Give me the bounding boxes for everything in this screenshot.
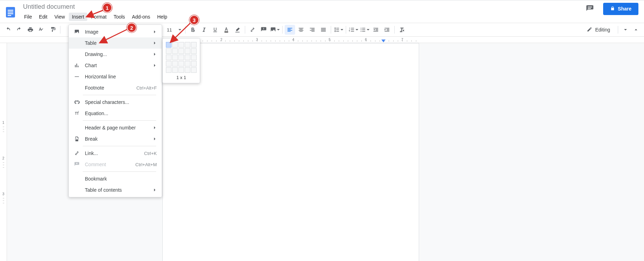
svg-rect-7 bbox=[225, 31, 228, 32]
table-grid-cell[interactable] bbox=[178, 61, 184, 66]
table-grid-cell[interactable] bbox=[172, 48, 178, 54]
annotation-badge-3: 3 bbox=[189, 15, 199, 25]
table-grid-cell[interactable] bbox=[166, 67, 171, 73]
clear-formatting-button[interactable] bbox=[397, 25, 407, 35]
svg-text:2: 2 bbox=[78, 111, 79, 113]
undo-button[interactable] bbox=[3, 25, 13, 35]
align-justify-button[interactable] bbox=[318, 25, 329, 35]
table-grid-cell[interactable] bbox=[178, 55, 184, 60]
table-grid-cell[interactable] bbox=[172, 61, 178, 66]
redo-button[interactable] bbox=[14, 25, 24, 35]
menu-item-label: Footnote bbox=[85, 85, 131, 91]
menu-item-shortcut: Ctrl+Alt+M bbox=[136, 162, 157, 167]
table-grid-cell[interactable] bbox=[191, 55, 197, 60]
table-grid-cell[interactable] bbox=[185, 55, 190, 60]
submenu-arrow-icon bbox=[154, 64, 157, 67]
vruler-tick: 1 bbox=[2, 121, 5, 125]
insert-chart-item[interactable]: Chart bbox=[69, 60, 162, 71]
lock-icon bbox=[610, 6, 615, 12]
insert-drawing-item[interactable]: Drawing... bbox=[69, 49, 162, 60]
toolbar-separator bbox=[185, 26, 185, 34]
table-grid-cell[interactable] bbox=[166, 42, 171, 48]
insert-toc-item[interactable]: Table of contents bbox=[69, 184, 162, 196]
italic-button[interactable] bbox=[199, 25, 209, 35]
table-grid-cell[interactable] bbox=[172, 42, 178, 48]
text-color-button[interactable] bbox=[221, 25, 232, 35]
table-size-grid[interactable] bbox=[166, 42, 197, 73]
table-grid-cell[interactable] bbox=[191, 42, 197, 48]
toolbar-separator bbox=[394, 26, 395, 34]
align-left-button[interactable] bbox=[285, 25, 295, 35]
editing-mode-button[interactable]: Editing bbox=[583, 25, 614, 35]
table-grid-cell[interactable] bbox=[172, 55, 178, 60]
submenu-arrow-icon bbox=[154, 126, 157, 129]
menu-tools[interactable]: Tools bbox=[110, 13, 128, 21]
docs-logo-icon[interactable] bbox=[4, 4, 17, 21]
svg-rect-9 bbox=[75, 76, 79, 77]
menu-item-label: Link... bbox=[85, 150, 139, 156]
insert-horizontal-line-item[interactable]: Horizontal line bbox=[69, 71, 162, 82]
annotation-badge-1: 1 bbox=[102, 3, 112, 13]
underline-button[interactable] bbox=[210, 25, 220, 35]
menu-view[interactable]: View bbox=[51, 13, 68, 21]
insert-comment-button[interactable] bbox=[258, 25, 269, 35]
print-button[interactable] bbox=[25, 25, 36, 35]
menu-format[interactable]: Format bbox=[88, 13, 110, 21]
table-grid-cell[interactable] bbox=[185, 61, 190, 66]
table-grid-cell[interactable] bbox=[178, 48, 184, 54]
insert-image-button[interactable] bbox=[270, 25, 280, 35]
editing-mode-arrow[interactable] bbox=[622, 25, 629, 35]
insert-footnote-item[interactable]: Footnote Ctrl+Alt+F bbox=[69, 82, 162, 93]
numbered-list-button[interactable] bbox=[348, 25, 359, 35]
table-grid-cell[interactable] bbox=[185, 42, 190, 48]
table-grid-cell[interactable] bbox=[172, 67, 178, 73]
document-title[interactable]: Untitled document bbox=[21, 2, 170, 11]
font-size-input[interactable]: 11 bbox=[163, 25, 175, 35]
font-size-arrow[interactable] bbox=[176, 25, 183, 35]
align-center-button[interactable] bbox=[296, 25, 306, 35]
insert-header-page-number-item[interactable]: Header & page number bbox=[69, 122, 162, 133]
table-grid-cell[interactable] bbox=[178, 67, 184, 73]
submenu-arrow-icon bbox=[154, 53, 157, 56]
menu-edit[interactable]: Edit bbox=[36, 13, 51, 21]
spellcheck-button[interactable] bbox=[36, 25, 47, 35]
insert-break-item[interactable]: Break bbox=[69, 133, 162, 144]
paint-format-button[interactable] bbox=[47, 25, 58, 35]
vertical-ruler[interactable]: 1 2 3 bbox=[0, 43, 7, 261]
align-right-button[interactable] bbox=[307, 25, 317, 35]
bulleted-list-button[interactable] bbox=[359, 25, 370, 35]
insert-image-item[interactable]: Image bbox=[69, 26, 162, 37]
line-spacing-button[interactable] bbox=[333, 25, 344, 35]
insert-table-item[interactable]: Table bbox=[69, 37, 162, 49]
menu-file[interactable]: File bbox=[21, 13, 35, 21]
right-indent-marker-icon[interactable] bbox=[381, 40, 386, 42]
document-page[interactable] bbox=[162, 43, 419, 261]
increase-indent-button[interactable] bbox=[382, 25, 392, 35]
menu-insert[interactable]: Insert bbox=[69, 13, 87, 21]
table-grid-cell[interactable] bbox=[185, 48, 190, 54]
table-grid-cell[interactable] bbox=[185, 67, 190, 73]
share-button[interactable]: Share bbox=[603, 3, 638, 15]
decrease-indent-button[interactable] bbox=[371, 25, 381, 35]
insert-link-button[interactable] bbox=[247, 25, 258, 35]
menu-help[interactable]: Help bbox=[154, 13, 170, 21]
insert-equation-item[interactable]: 2 Equation... bbox=[69, 108, 162, 119]
table-grid-cell[interactable] bbox=[166, 55, 171, 60]
insert-special-characters-item[interactable]: Special characters... bbox=[69, 97, 162, 108]
highlight-color-button[interactable] bbox=[232, 25, 243, 35]
collapse-toolbar-button[interactable] bbox=[631, 25, 641, 35]
insert-link-item[interactable]: Link... Ctrl+K bbox=[69, 148, 162, 159]
menu-item-shortcut: Ctrl+K bbox=[144, 151, 157, 156]
table-grid-cell[interactable] bbox=[191, 48, 197, 54]
table-grid-cell[interactable] bbox=[191, 61, 197, 66]
table-grid-cell[interactable] bbox=[166, 48, 171, 54]
bold-button[interactable] bbox=[188, 25, 198, 35]
table-grid-cell[interactable] bbox=[191, 67, 197, 73]
insert-bookmark-item[interactable]: Bookmark bbox=[69, 173, 162, 184]
table-grid-cell[interactable] bbox=[166, 61, 171, 66]
open-comments-button[interactable] bbox=[584, 2, 596, 15]
table-grid-cell[interactable] bbox=[178, 42, 184, 48]
menu-item-shortcut: Ctrl+Alt+F bbox=[136, 85, 157, 91]
toolbar-separator bbox=[282, 26, 283, 34]
menu-addons[interactable]: Add-ons bbox=[129, 13, 153, 21]
